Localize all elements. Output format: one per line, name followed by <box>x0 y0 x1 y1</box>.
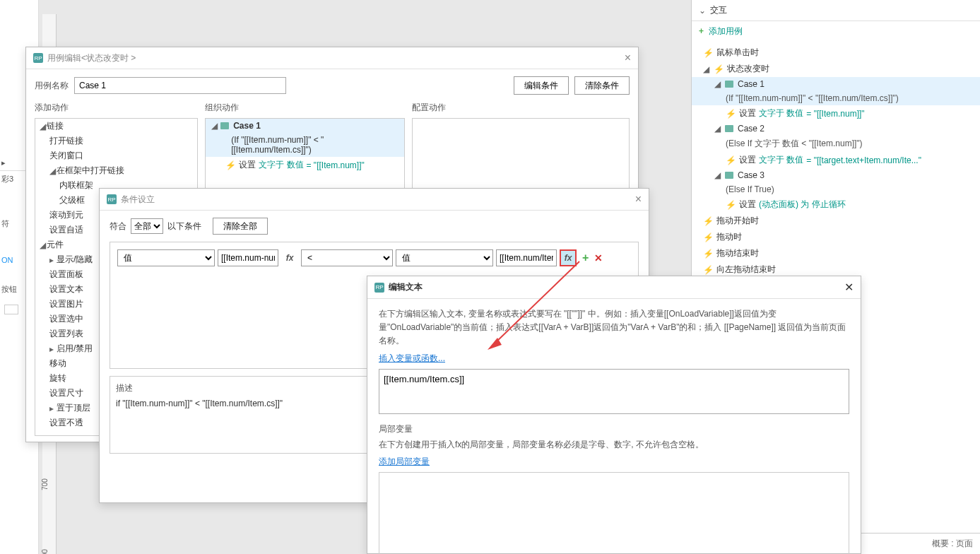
expression-textarea[interactable]: [[Item.num/Item.cs]] <box>379 369 849 414</box>
local-var-label: 局部变量 <box>379 423 849 435</box>
operator-select[interactable]: < <box>301 249 393 266</box>
match-label: 符合 <box>110 220 126 232</box>
case-editor-title: 用例编辑<状态改变时 > <box>47 52 136 64</box>
organize-action-heading: 组织动作 <box>205 102 405 114</box>
edit-text-dialog: RP 编辑文本 ✕ 在下方编辑区输入文本, 变量名称或表达式要写在 "[[""]… <box>367 276 861 554</box>
event-icon: ⚡ <box>703 216 714 226</box>
delete-condition-icon[interactable]: ✕ <box>594 252 603 264</box>
right-value-input[interactable] <box>496 249 557 266</box>
case-editor-titlebar[interactable]: RP 用例编辑<状态改变时 > × <box>26 47 638 69</box>
left-value-input[interactable] <box>218 249 278 266</box>
edit-text-hint: 在下方编辑区输入文本, 变量名称或表达式要写在 "[[""]]" 中。例如：插入… <box>379 307 849 348</box>
case-icon <box>725 172 733 179</box>
tree-item[interactable]: 打开链接 <box>35 134 197 148</box>
add-condition-icon[interactable]: + <box>582 252 589 264</box>
left-type-select[interactable]: 值 <box>117 249 215 266</box>
fx-button-right[interactable]: fx <box>560 249 577 266</box>
condition-row: 值 fx < 值 fx + ✕ <box>117 249 631 266</box>
insert-variable-link[interactable]: 插入变量或函数... <box>379 353 445 363</box>
event-action-item[interactable]: ⚡设置 文字于 数值 = "[[Item.num]]" <box>692 105 980 122</box>
match-suffix: 以下条件 <box>167 220 201 232</box>
collapse-icon[interactable]: ⌄ <box>699 6 706 16</box>
close-icon[interactable]: ✕ <box>844 281 854 294</box>
event-icon: ⚡ <box>714 64 724 74</box>
tree-item[interactable]: ◢在框架中打开链接 <box>35 163 197 178</box>
event-tree-item[interactable]: ⚡拖动开始时 <box>692 213 980 229</box>
close-icon[interactable]: × <box>635 193 642 206</box>
match-select[interactable]: 全部 <box>131 218 163 234</box>
case-name-label: 用例名称 <box>35 80 69 92</box>
event-condition: (Else If True) <box>692 182 980 196</box>
lightning-icon: ⚡ <box>726 200 736 210</box>
event-tree-item[interactable]: ⚡鼠标单击时 <box>692 45 980 61</box>
local-var-area <box>379 472 849 554</box>
event-tree-item[interactable]: ◢Case 1 <box>692 77 980 91</box>
edit-text-title: 编辑文本 <box>389 281 423 293</box>
interactions-title: 交互 <box>710 4 727 16</box>
plus-icon: + <box>699 26 704 36</box>
tree-group-links[interactable]: ◢链接 <box>35 119 197 134</box>
add-case-link[interactable]: 添加用例 <box>709 26 743 36</box>
case-icon <box>725 125 733 132</box>
event-tree-item[interactable]: ◢⚡状态改变时 <box>692 61 980 77</box>
case-condition-line: (If "[[Item.num-num]]" < "[[Item.num/Ite… <box>206 133 404 157</box>
rp-logo-icon: RP <box>107 194 117 204</box>
case-icon <box>725 81 733 88</box>
lightning-icon: ⚡ <box>225 160 236 170</box>
add-case-row[interactable]: + 添加用例 <box>692 21 980 42</box>
event-condition: (Else If 文字于 数值 < "[[Item.num]]") <box>692 136 980 152</box>
condition-dialog-titlebar[interactable]: RP 条件设立 × <box>100 189 649 211</box>
event-condition: (If "[[Item.num-num]]" < "[[Item.num/Ite… <box>692 91 980 105</box>
edit-text-titlebar[interactable]: RP 编辑文本 ✕ <box>367 276 861 299</box>
configure-action-heading: 配置动作 <box>412 102 630 114</box>
event-icon: ⚡ <box>703 265 714 275</box>
events-tree[interactable]: ⚡鼠标单击时◢⚡状态改变时◢Case 1(If "[[Item.num-num]… <box>692 42 980 281</box>
event-tree-item[interactable]: ⚡拖动时 <box>692 229 980 245</box>
event-icon: ⚡ <box>703 48 714 58</box>
event-tree-item[interactable]: ◢Case 2 <box>692 122 980 136</box>
case-action-line[interactable]: ⚡ 设置 文字于 数值 = "[[Item.num]]" <box>206 157 404 173</box>
edit-condition-button[interactable]: 编辑条件 <box>514 76 569 95</box>
add-local-var-link[interactable]: 添加局部变量 <box>379 456 430 466</box>
event-icon: ⚡ <box>703 249 714 259</box>
event-action-item[interactable]: ⚡设置 文字于 数值 = "[[target.text+Item.num/Ite… <box>692 152 980 168</box>
rp-logo-icon: RP <box>374 283 384 293</box>
clear-all-button[interactable]: 清除全部 <box>213 218 268 235</box>
fx-button-left[interactable]: fx <box>281 249 298 266</box>
event-action-item[interactable]: ⚡设置 (动态面板) 为 停止循环 <box>692 196 980 213</box>
event-tree-item[interactable]: ⚡拖动结束时 <box>692 245 980 261</box>
lightning-icon: ⚡ <box>726 155 736 165</box>
clear-condition-button[interactable]: 清除条件 <box>574 76 630 95</box>
rp-logo-icon: RP <box>33 53 43 63</box>
event-tree-item[interactable]: ◢Case 3 <box>692 168 980 182</box>
case-name-input[interactable] <box>74 77 286 94</box>
local-var-hint: 在下方创建用于插入fx的局部变量，局部变量名称必须是字母、数字, 不允许包含空格… <box>379 438 849 452</box>
condition-dialog-title: 条件设立 <box>121 194 155 206</box>
right-type-select[interactable]: 值 <box>396 249 493 266</box>
close-icon[interactable]: × <box>625 52 631 64</box>
tree-item[interactable]: 关闭窗口 <box>35 148 197 163</box>
lightning-icon: ⚡ <box>726 109 736 119</box>
interactions-header[interactable]: ⌄ 交互 <box>692 0 980 21</box>
event-icon: ⚡ <box>703 232 714 242</box>
case-node[interactable]: ◢ Case 1 <box>206 119 404 133</box>
add-action-heading: 添加动作 <box>35 102 198 114</box>
case-icon <box>220 122 229 129</box>
